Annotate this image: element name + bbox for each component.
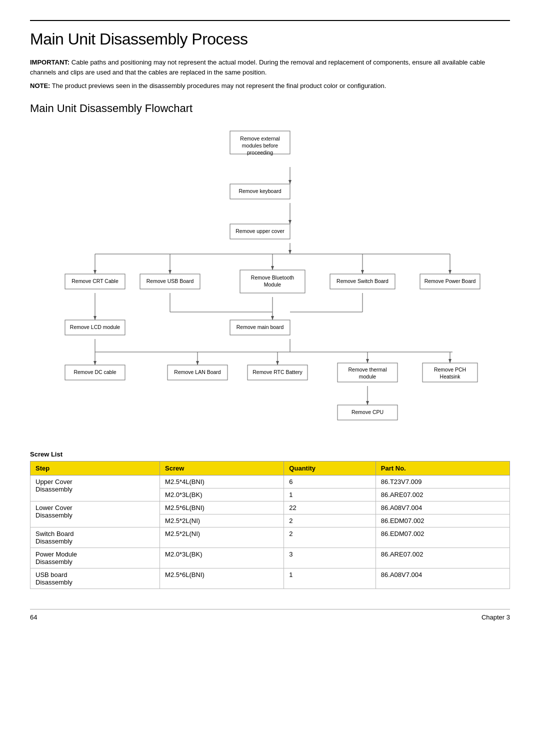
cell-quantity: 22 xyxy=(284,501,376,514)
cell-partno: 86.A08V7.004 xyxy=(376,501,510,514)
cell-screw: M2.5*6L(BNI) xyxy=(160,501,284,514)
table-row: USB boardDisassemblyM2.5*6L(BNI)186.A08V… xyxy=(30,568,510,588)
screw-section: Screw List Step Screw Quantity Part No. … xyxy=(30,450,510,589)
table-row: Upper CoverDisassemblyM2.5*4L(BNI)686.T2… xyxy=(30,475,510,488)
svg-text:Remove upper cover: Remove upper cover xyxy=(236,228,284,234)
svg-text:Remove Power Board: Remove Power Board xyxy=(424,278,476,284)
flowchart: Remove external modules before proceedin… xyxy=(30,124,510,436)
cell-step: Lower CoverDisassembly xyxy=(30,501,160,527)
svg-text:Remove USB Board: Remove USB Board xyxy=(146,278,194,284)
cell-step: Power ModuleDisassembly xyxy=(30,548,160,568)
svg-text:Remove external: Remove external xyxy=(240,135,280,141)
important-text-body: Cable paths and positioning may not repr… xyxy=(30,58,485,76)
cell-screw: M2.5*2L(NI) xyxy=(160,514,284,527)
note-paragraph: NOTE: The product previews seen in the d… xyxy=(30,81,510,91)
cell-step: USB boardDisassembly xyxy=(30,568,160,588)
section-title: Main Unit Disassembly Flowchart xyxy=(30,102,510,115)
svg-text:Remove LAN Board: Remove LAN Board xyxy=(174,368,221,374)
col-screw: Screw xyxy=(160,461,284,475)
cell-screw: M2.5*2L(NI) xyxy=(160,527,284,548)
col-partno: Part No. xyxy=(376,461,510,475)
svg-text:Remove CRT Cable: Remove CRT Cable xyxy=(72,278,118,284)
important-label: IMPORTANT: xyxy=(30,58,70,66)
svg-text:Remove CPU: Remove CPU xyxy=(352,408,384,414)
svg-text:Remove Bluetooth: Remove Bluetooth xyxy=(251,274,294,280)
cell-partno: 86.EDM07.002 xyxy=(376,527,510,548)
footer-chapter: Chapter 3 xyxy=(482,614,510,621)
svg-text:Module: Module xyxy=(264,281,282,287)
svg-text:Remove DC cable: Remove DC cable xyxy=(74,368,116,374)
cell-step: Switch BoardDisassembly xyxy=(30,527,160,548)
svg-text:Remove thermal: Remove thermal xyxy=(348,366,386,372)
svg-text:Remove RTC Battery: Remove RTC Battery xyxy=(252,368,302,374)
svg-text:module: module xyxy=(359,373,376,379)
svg-text:modules before: modules before xyxy=(242,142,278,148)
cell-quantity: 1 xyxy=(284,488,376,501)
svg-text:Remove Switch Board: Remove Switch Board xyxy=(336,278,388,284)
svg-text:Heatsink: Heatsink xyxy=(440,373,461,379)
cell-screw: M2.0*3L(BK) xyxy=(160,548,284,568)
svg-text:Remove main board: Remove main board xyxy=(236,324,284,330)
svg-text:proceeding: proceeding xyxy=(247,149,273,155)
cell-partno: 86.EDM07.002 xyxy=(376,514,510,527)
important-paragraph: IMPORTANT: Cable paths and positioning m… xyxy=(30,58,510,77)
table-row: Power ModuleDisassemblyM2.0*3L(BK)386.AR… xyxy=(30,548,510,568)
cell-quantity: 2 xyxy=(284,514,376,527)
footer-page: 64 xyxy=(30,614,37,621)
cell-screw: M2.5*4L(BNI) xyxy=(160,475,284,488)
cell-quantity: 2 xyxy=(284,527,376,548)
svg-text:Remove keyboard: Remove keyboard xyxy=(238,188,281,194)
screw-table: Step Screw Quantity Part No. Upper Cover… xyxy=(30,461,510,589)
note-text-body: The product previews seen in the disasse… xyxy=(50,82,386,90)
cell-partno: 86.ARE07.002 xyxy=(376,548,510,568)
svg-text:Remove PCH: Remove PCH xyxy=(434,366,466,372)
flowchart-svg: Remove external modules before proceedin… xyxy=(30,124,510,434)
top-rule xyxy=(30,20,510,21)
cell-partno: 86.A08V7.004 xyxy=(376,568,510,588)
cell-partno: 86.ARE07.002 xyxy=(376,488,510,501)
table-row: Lower CoverDisassemblyM2.5*6L(BNI)2286.A… xyxy=(30,501,510,514)
cell-quantity: 3 xyxy=(284,548,376,568)
bottom-rule: 64 Chapter 3 xyxy=(30,609,510,621)
cell-screw: M2.5*6L(BNI) xyxy=(160,568,284,588)
col-quantity: Quantity xyxy=(284,461,376,475)
cell-quantity: 6 xyxy=(284,475,376,488)
col-step: Step xyxy=(30,461,160,475)
cell-partno: 86.T23V7.009 xyxy=(376,475,510,488)
cell-quantity: 1 xyxy=(284,568,376,588)
note-label: NOTE: xyxy=(30,82,50,90)
table-header-row: Step Screw Quantity Part No. xyxy=(30,461,510,475)
screw-list-title: Screw List xyxy=(30,450,510,458)
cell-screw: M2.0*3L(BK) xyxy=(160,488,284,501)
page-title: Main Unit Disassembly Process xyxy=(30,30,510,48)
svg-text:Remove LCD module: Remove LCD module xyxy=(70,324,120,330)
cell-step: Upper CoverDisassembly xyxy=(30,475,160,501)
table-row: Switch BoardDisassemblyM2.5*2L(NI)286.ED… xyxy=(30,527,510,548)
